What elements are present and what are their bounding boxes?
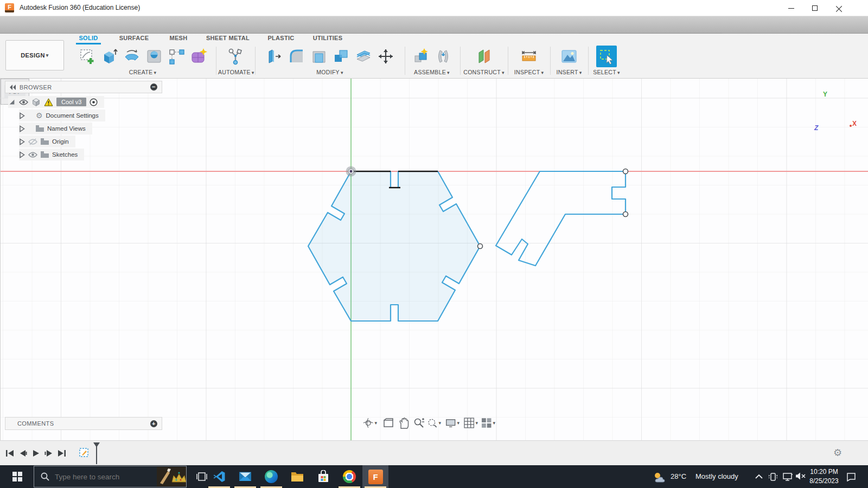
activate-component-radio-icon[interactable] (90, 98, 98, 106)
sketch-point[interactable] (478, 244, 483, 249)
ribbon-tab-utilities[interactable]: UTILITIES (310, 35, 345, 44)
construct-plane-button[interactable] (474, 46, 494, 67)
browser-item-origin[interactable]: Origin (19, 136, 75, 147)
browser-item-sketches[interactable]: Sketches (19, 149, 84, 160)
browser-panel-header[interactable]: BROWSER − (5, 81, 162, 93)
zoom-tool-button[interactable] (412, 416, 426, 430)
tray-show-hidden-icons-button[interactable] (755, 472, 766, 481)
browser-root-label[interactable]: Cool v3 (56, 98, 86, 106)
viewports-button[interactable] (481, 416, 495, 430)
visibility-eye-icon[interactable] (28, 152, 37, 158)
sketch-point[interactable] (623, 169, 628, 174)
timeline-step-forward-button[interactable] (43, 448, 54, 459)
ribbon-tab-surface[interactable]: SURFACE (116, 35, 152, 44)
timeline-play-button[interactable] (30, 448, 41, 459)
ribbon-tab-mesh[interactable]: MESH (165, 35, 192, 44)
design-canvas[interactable]: BROWSER − Cool v3 ⚙ Document Settings (0, 79, 868, 440)
move-copy-button[interactable] (375, 46, 396, 67)
timeline-feature-sketch[interactable] (79, 448, 89, 460)
orbit-tool-button[interactable] (363, 416, 377, 430)
joint-button[interactable] (433, 46, 454, 67)
create-sketch-button[interactable] (77, 46, 98, 67)
workspace-selector[interactable]: DESIGN (5, 40, 64, 70)
sketch-viewport[interactable] (1, 79, 868, 440)
ribbon-tab-sheet-metal[interactable]: SHEET METAL (203, 35, 253, 44)
taskbar-app-chrome[interactable] (336, 465, 362, 488)
grid-snap-button[interactable] (464, 416, 478, 430)
joint-icon (434, 47, 452, 66)
create-group-label[interactable]: CREATE (74, 69, 212, 75)
panel-minimize-button[interactable]: − (150, 84, 157, 91)
split-body-button[interactable] (353, 46, 374, 67)
fit-view-button[interactable] (427, 416, 441, 430)
search-input[interactable] (54, 472, 141, 481)
comments-panel-header[interactable]: COMMENTS + (5, 417, 162, 430)
visibility-eye-icon[interactable] (19, 99, 28, 105)
fillet-button[interactable] (286, 46, 307, 67)
timeline-position-marker[interactable] (93, 442, 100, 466)
start-button[interactable] (4, 465, 30, 488)
hole-button[interactable] (144, 46, 164, 67)
taskbar-search-box[interactable] (34, 466, 187, 487)
taskbar-app-store[interactable] (310, 465, 336, 488)
combine-button[interactable] (331, 46, 352, 67)
pattern-button[interactable] (166, 46, 187, 67)
press-pull-button[interactable] (264, 46, 285, 67)
search-highlight-image[interactable] (157, 467, 186, 486)
taskbar-app-file-explorer[interactable] (284, 465, 310, 488)
revolve-button[interactable] (122, 46, 142, 67)
timeline-skip-start-button[interactable] (4, 448, 15, 459)
collapsed-arrow-icon[interactable] (19, 125, 25, 132)
select-button[interactable] (596, 46, 617, 67)
modify-group-label[interactable]: MODIFY (257, 69, 403, 75)
collapse-panel-icon[interactable] (10, 85, 16, 90)
measure-button[interactable] (519, 46, 539, 67)
select-group-label[interactable]: SELECT (590, 69, 623, 75)
timeline-step-back-button[interactable] (17, 448, 28, 459)
close-button[interactable] (831, 3, 847, 14)
weather-temperature[interactable]: 28°C (671, 472, 686, 480)
tray-volume-muted-icon[interactable] (795, 472, 806, 481)
new-component-button[interactable] (411, 46, 431, 67)
display-settings-button[interactable] (445, 416, 459, 430)
ribbon-tab-plastic[interactable]: PLASTIC (266, 35, 296, 44)
minimize-button[interactable] (783, 3, 799, 14)
tray-clock[interactable]: 10:20 PM 8/25/2023 (807, 467, 841, 486)
insert-group-label[interactable]: INSERT (552, 69, 586, 75)
tray-network-icon[interactable] (782, 472, 793, 481)
ethernet-icon (782, 472, 793, 481)
automate-group-label[interactable]: AUTOMATE (218, 69, 253, 75)
insert-canvas-button[interactable] (559, 46, 579, 67)
collapsed-arrow-icon[interactable] (19, 138, 25, 145)
weather-condition[interactable]: Mostly cloudy (695, 472, 738, 480)
inspect-group-label[interactable]: INSPECT (510, 69, 548, 75)
maximize-button[interactable] (807, 3, 823, 14)
collapsed-arrow-icon[interactable] (19, 151, 25, 158)
tray-your-phone-icon[interactable] (768, 472, 779, 481)
taskbar-app-mail[interactable] (232, 465, 258, 488)
automate-button[interactable] (225, 46, 246, 67)
timeline-settings-gear-icon[interactable]: ⚙ (833, 447, 842, 458)
create-form-button[interactable] (188, 46, 209, 67)
shell-button[interactable] (309, 46, 329, 67)
taskbar-app-vscode[interactable] (206, 465, 232, 488)
expanded-arrow-icon[interactable] (8, 98, 16, 106)
taskbar-app-fusion360-active[interactable]: F (362, 465, 388, 488)
action-center-button[interactable] (846, 472, 857, 482)
add-comment-button[interactable]: + (150, 420, 157, 427)
construct-group-label[interactable]: CONSTRUCT (462, 69, 506, 75)
visibility-off-eye-icon[interactable] (28, 138, 37, 145)
browser-item-document-settings[interactable]: ⚙ Document Settings (19, 110, 105, 121)
sketch-point[interactable] (623, 212, 628, 217)
look-at-tool-button[interactable] (381, 416, 395, 430)
browser-item-named-views[interactable]: Named Views (19, 123, 92, 134)
timeline-skip-end-button[interactable] (56, 448, 67, 459)
pan-tool-button[interactable] (397, 416, 411, 430)
browser-root-row[interactable]: Cool v3 (8, 96, 104, 108)
extrude-button[interactable] (99, 46, 120, 67)
weather-icon[interactable] (653, 472, 664, 481)
taskbar-app-edge[interactable] (258, 465, 284, 488)
sketch-origin-point[interactable] (346, 166, 356, 177)
collapsed-arrow-icon[interactable] (19, 112, 25, 119)
assemble-group-label[interactable]: ASSEMBLE (407, 69, 457, 75)
